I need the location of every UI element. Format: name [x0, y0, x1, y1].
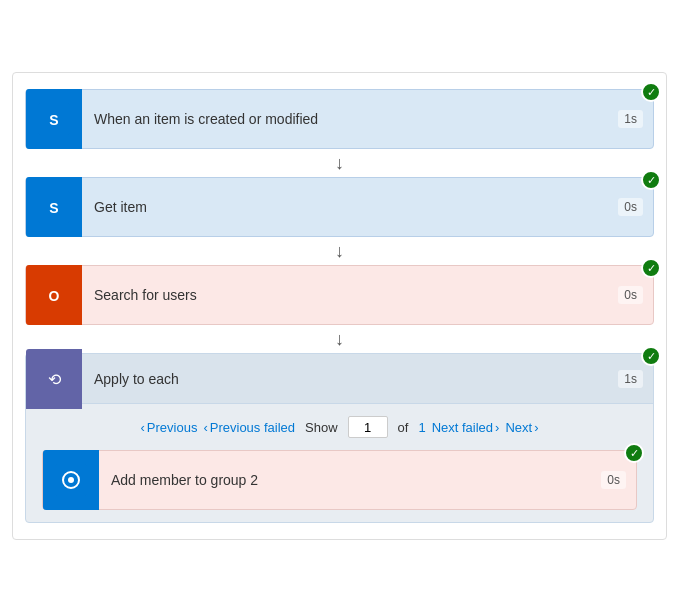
- total-pages: 1: [418, 420, 425, 435]
- step-1-icon: S: [26, 89, 82, 149]
- step-1-check: ✓: [641, 82, 661, 102]
- apply-each-duration: 1s: [618, 370, 643, 388]
- step-2-label: Get item: [82, 199, 618, 215]
- next-button[interactable]: Next ›: [505, 420, 538, 435]
- svg-text:O: O: [49, 288, 60, 304]
- arrow-2: ↓: [25, 237, 654, 265]
- step-3-label: Search for users: [82, 287, 618, 303]
- page-input[interactable]: [348, 416, 388, 438]
- step-2[interactable]: S Get item 0s ✓: [25, 177, 654, 237]
- step-3-duration: 0s: [618, 286, 643, 304]
- arrow-3: ↓: [25, 325, 654, 353]
- chevron-left-failed-icon: ‹: [203, 420, 207, 435]
- inner-step-icon: [43, 450, 99, 510]
- pagination-bar: ‹ Previous ‹ Previous failed Show of 1 N…: [42, 416, 637, 438]
- inner-step-label: Add member to group 2: [99, 472, 601, 488]
- arrow-1: ↓: [25, 149, 654, 177]
- step-1-duration: 1s: [618, 110, 643, 128]
- apply-each-header[interactable]: ⟲ Apply to each 1s ✓: [26, 354, 653, 404]
- apply-each-body: ‹ Previous ‹ Previous failed Show of 1 N…: [26, 404, 653, 522]
- apply-each-container: ⟲ Apply to each 1s ✓ ‹ Previous ‹ Previo…: [25, 353, 654, 523]
- of-label: of: [398, 420, 409, 435]
- chevron-right-failed-icon: ›: [495, 420, 499, 435]
- prev-button[interactable]: ‹ Previous: [141, 420, 198, 435]
- show-label: Show: [305, 420, 338, 435]
- step-3-check: ✓: [641, 258, 661, 278]
- apply-each-label: Apply to each: [82, 371, 618, 387]
- svg-text:S: S: [49, 112, 58, 128]
- chevron-right-icon: ›: [534, 420, 538, 435]
- step-1[interactable]: S When an item is created or modified 1s…: [25, 89, 654, 149]
- step-3[interactable]: O Search for users 0s ✓: [25, 265, 654, 325]
- next-failed-button[interactable]: Next failed ›: [432, 420, 500, 435]
- prev-failed-button[interactable]: ‹ Previous failed: [203, 420, 295, 435]
- step-3-icon: O: [26, 265, 82, 325]
- inner-step-duration: 0s: [601, 471, 626, 489]
- inner-step-check: ✓: [624, 443, 644, 463]
- inner-step[interactable]: Add member to group 2 0s ✓: [42, 450, 637, 510]
- step-2-check: ✓: [641, 170, 661, 190]
- step-1-label: When an item is created or modified: [82, 111, 618, 127]
- apply-each-icon: ⟲: [26, 349, 82, 409]
- svg-text:S: S: [49, 200, 58, 216]
- svg-text:⟲: ⟲: [48, 371, 62, 388]
- svg-point-10: [68, 477, 74, 483]
- chevron-left-icon: ‹: [141, 420, 145, 435]
- flow-canvas: S When an item is created or modified 1s…: [12, 72, 667, 540]
- apply-each-check: ✓: [641, 346, 661, 366]
- step-2-icon: S: [26, 177, 82, 237]
- step-2-duration: 0s: [618, 198, 643, 216]
